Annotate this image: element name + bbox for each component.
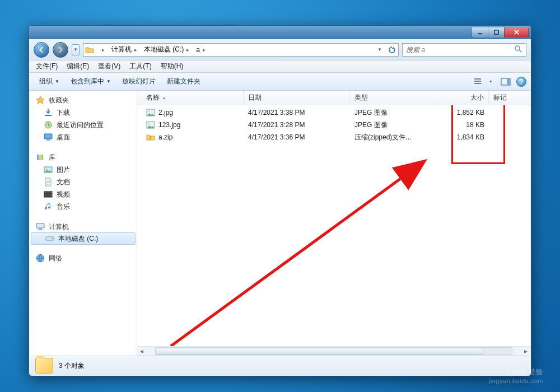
svg-rect-9 [37,155,39,160]
view-mode-button[interactable]: ▼ [472,76,495,88]
svg-rect-8 [46,139,50,141]
column-name[interactable]: 名称 [142,91,244,105]
file-name: 2.jpg [142,108,244,117]
svg-rect-16 [39,228,42,230]
include-in-library-button[interactable]: 包含到库中▼ [65,75,116,88]
sidebar-item-downloads[interactable]: 下载 [30,106,137,119]
slideshow-button[interactable]: 放映幻灯片 [116,75,161,88]
search-box[interactable] [402,43,526,57]
address-dropdown[interactable]: ▼ [374,44,386,56]
file-type: JPEG 图像 [350,108,436,118]
sidebar-item-pictures[interactable]: 图片 [30,164,137,176]
desktop-icon [43,132,53,142]
scroll-left-icon[interactable]: ◂ [137,347,146,355]
maximize-button[interactable] [488,27,505,38]
refresh-button[interactable] [386,44,398,56]
breadcrumb-folder[interactable]: a▸ [193,44,209,56]
address-bar[interactable]: ▸ 计算机▸ 本地磁盘 (C:)▸ a▸ ▼ [83,43,399,57]
column-date[interactable]: 日期 [244,91,350,105]
svg-line-26 [171,162,423,346]
navigation-bar: ▼ ▸ 计算机▸ 本地磁盘 (C:)▸ a▸ ▼ [29,39,531,60]
svg-rect-1 [494,30,498,34]
table-row[interactable]: 2.jpg4/17/2021 3:38 PMJPEG 图像1,852 KB [137,106,530,119]
svg-point-13 [46,169,48,170]
file-date: 4/17/2021 3:28 PM [244,121,350,129]
scrollbar-track[interactable] [155,347,512,355]
documents-icon [43,177,53,187]
search-input[interactable] [406,46,511,54]
network-icon [35,253,45,263]
sidebar-computer[interactable]: 计算机 [30,221,137,233]
file-date: 4/17/2021 3:36 PM [244,133,350,141]
music-icon [43,202,53,212]
column-size[interactable]: 大小 [436,91,489,105]
table-row[interactable]: a.zip4/17/2021 3:36 PM压缩(zipped)文件...1,8… [137,131,530,143]
svg-point-19 [52,238,53,239]
close-button[interactable] [504,27,529,38]
breadcrumb-drive[interactable]: 本地磁盘 (C:)▸ [141,44,193,56]
forward-button[interactable] [53,42,68,58]
star-icon [35,95,45,105]
status-text: 3 个对象 [59,361,85,371]
sidebar-item-videos[interactable]: 视频 [30,188,137,200]
organize-button[interactable]: 组织▼ [34,75,65,88]
file-date: 4/17/2021 3:38 PM [244,109,350,116]
sidebar-item-documents[interactable]: 文档 [30,176,137,188]
svg-point-2 [515,46,520,50]
sidebar-favorites[interactable]: 收藏夹 [30,94,137,106]
new-folder-button[interactable]: 新建文件夹 [161,75,206,88]
recent-icon [43,120,53,130]
help-icon[interactable]: ? [516,77,526,87]
scrollbar-thumb[interactable] [156,348,483,354]
svg-point-22 [148,111,150,113]
sidebar-libraries[interactable]: 库 [30,151,137,164]
download-icon [43,108,53,118]
svg-rect-15 [36,223,44,228]
column-mark[interactable]: 标记 [489,91,530,105]
sidebar-item-recent[interactable]: 最近访问的位置 [30,119,137,131]
column-headers: 名称 日期 类型 大小 标记 [137,91,530,105]
main-area: 收藏夹 下载 最近访问的位置 桌面 库 [30,91,530,356]
menu-tools[interactable]: 工具(T) [125,60,156,72]
scroll-right-icon[interactable]: ▸ [521,347,530,355]
svg-rect-17 [38,230,43,230]
file-type: JPEG 图像 [350,120,436,130]
back-button[interactable] [34,42,49,58]
pictures-icon [43,165,53,175]
preview-pane-button[interactable] [498,76,513,88]
menu-file[interactable]: 文件(F) [31,60,62,72]
file-size: 1,834 KB [436,133,489,141]
sidebar-network[interactable]: 网络 [30,252,137,264]
folder-large-icon [35,358,53,374]
svg-rect-0 [478,33,482,34]
menu-edit[interactable]: 编辑(E) [62,60,94,72]
menu-help[interactable]: 帮助(H) [156,60,188,72]
sidebar-item-cdrive[interactable]: 本地磁盘 (C:) [31,232,136,245]
minimize-button[interactable] [472,27,488,38]
column-type[interactable]: 类型 [350,91,436,105]
command-toolbar: 组织▼ 包含到库中▼ 放映幻灯片 新建文件夹 ▼ ? [29,73,531,91]
file-pane: 名称 日期 类型 大小 标记 2.jpg4/17/2021 3:38 PMJPE… [137,91,530,356]
svg-rect-4 [507,78,510,85]
drive-icon [45,234,55,244]
file-name: a.zip [142,133,244,142]
file-list[interactable]: 2.jpg4/17/2021 3:38 PMJPEG 图像1,852 KB123… [137,105,530,346]
horizontal-scrollbar[interactable]: ◂ ▸ [137,346,530,356]
file-size: 18 KB [436,121,489,129]
table-row[interactable]: 123.jpg4/17/2021 3:28 PMJPEG 图像18 KB [137,119,530,131]
svg-rect-7 [44,134,52,139]
navigation-pane: 收藏夹 下载 最近访问的位置 桌面 库 [30,91,137,356]
menu-view[interactable]: 查看(V) [94,60,125,72]
status-bar: 3 个对象 [30,356,530,375]
explorer-window: ▼ ▸ 计算机▸ 本地磁盘 (C:)▸ a▸ ▼ 文件(F) 编 [29,25,531,376]
breadcrumb-computer[interactable]: 计算机▸ [108,44,141,56]
sidebar-item-desktop[interactable]: 桌面 [30,131,137,143]
search-icon [514,44,522,55]
library-icon [35,152,45,162]
svg-rect-11 [41,155,43,160]
svg-point-24 [148,123,150,125]
breadcrumb-root[interactable]: ▸ [96,44,108,56]
history-dropdown[interactable]: ▼ [72,44,80,55]
computer-icon [35,222,45,232]
sidebar-item-music[interactable]: 音乐 [30,200,137,213]
